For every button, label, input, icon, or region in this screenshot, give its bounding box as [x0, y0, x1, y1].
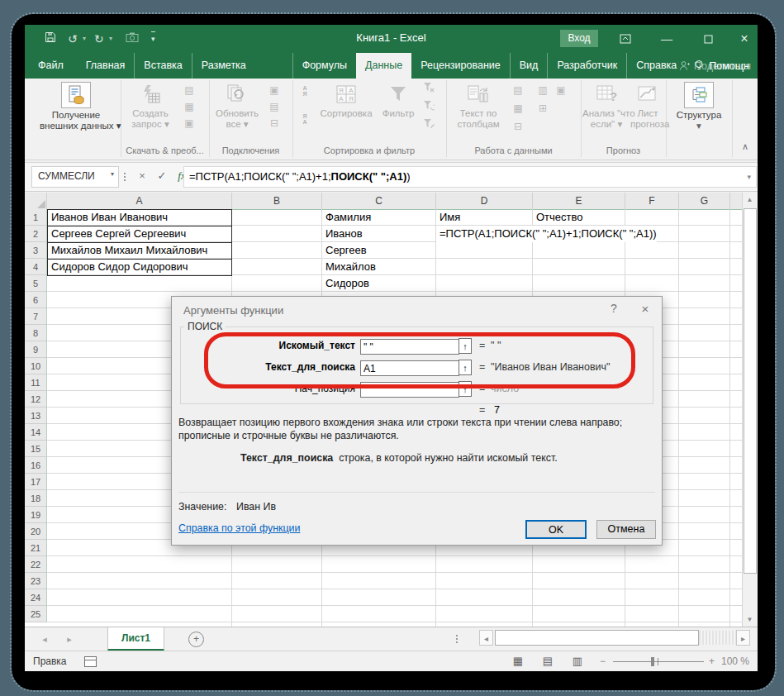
- scroll-down-icon[interactable]: ▼: [743, 613, 757, 627]
- get-external-data-button[interactable]: Получение внешних данных ▾: [40, 82, 112, 131]
- vertical-scroll-thumb[interactable]: [744, 208, 757, 574]
- name-box[interactable]: СУММЕСЛИ ▾: [31, 166, 119, 188]
- column-header[interactable]: C: [322, 193, 436, 209]
- add-sheet-icon[interactable]: +: [188, 632, 204, 647]
- page-break-view-icon[interactable]: ▥: [568, 655, 587, 667]
- horizontal-scroll-track[interactable]: [699, 631, 736, 645]
- relationships-icon[interactable]: ⊞: [535, 102, 550, 115]
- tab-formulas[interactable]: Формулы: [292, 53, 356, 79]
- sort-button[interactable]: ЯААЯ Сортировка: [317, 82, 375, 119]
- row-header[interactable]: 15: [25, 441, 47, 457]
- cell-A3[interactable]: Михайлов Михаил Михайлович: [48, 242, 207, 259]
- select-all-corner[interactable]: [25, 193, 47, 209]
- tab-help[interactable]: Справка: [626, 53, 686, 79]
- formula-bar-splitter[interactable]: [124, 173, 126, 174]
- maximize-button[interactable]: [696, 28, 720, 50]
- cell-C5[interactable]: Сидоров: [322, 275, 369, 292]
- cell-D1[interactable]: Имя: [436, 209, 460, 226]
- row-header[interactable]: 24: [25, 589, 47, 606]
- cell-C2[interactable]: Иванов: [322, 226, 363, 242]
- flash-fill-icon[interactable]: ▤: [511, 83, 525, 97]
- reapply-filter-icon[interactable]: [423, 100, 438, 113]
- sheet-tab-list1[interactable]: Лист1: [107, 627, 164, 651]
- dialog-close-icon[interactable]: ×: [633, 302, 658, 316]
- enter-entry-icon[interactable]: ✓: [152, 166, 172, 186]
- tab-data[interactable]: Данные: [356, 53, 411, 79]
- help-link[interactable]: Справка по этой функции: [178, 522, 300, 534]
- name-box-dropdown-icon[interactable]: ▾: [111, 170, 114, 178]
- column-header[interactable]: A: [47, 193, 232, 209]
- cell-C1[interactable]: Фамилия: [322, 209, 371, 226]
- zoom-in-icon[interactable]: +: [709, 655, 715, 667]
- row-header[interactable]: 14: [25, 424, 47, 441]
- cell-D2-formula[interactable]: =ПСТР(A1;ПОИСК(" ";A1)+1;ПОИСК(" ";A1)): [436, 226, 657, 242]
- forecast-sheet-button[interactable]: Лист прогноза: [630, 82, 665, 130]
- tab-home[interactable]: Главная: [77, 53, 135, 79]
- sort-ascending-icon[interactable]: АЯ: [297, 85, 312, 98]
- normal-view-icon[interactable]: ▦: [509, 655, 527, 667]
- text-to-columns-button[interactable]: Текст по столбцам: [451, 82, 506, 130]
- hscroll-right-icon[interactable]: ▸: [736, 630, 750, 646]
- row-header[interactable]: 13: [25, 408, 47, 424]
- zoom-level[interactable]: 100 %: [721, 655, 749, 667]
- row-header[interactable]: 22: [25, 556, 47, 573]
- manage-data-model-icon[interactable]: ▣: [554, 83, 568, 97]
- cell-A4[interactable]: Сидоров Сидор Сидорович: [48, 259, 188, 275]
- tab-file[interactable]: Файл: [25, 53, 77, 79]
- formula-input[interactable]: =ПСТР(A1;ПОИСК(" ";A1)+1;ПОИСК(" ";A1)) …: [183, 166, 757, 188]
- remove-duplicates-icon[interactable]: ▦: [511, 102, 525, 115]
- row-header[interactable]: 20: [25, 523, 47, 540]
- clear-filter-icon[interactable]: [423, 82, 438, 95]
- cell-A2[interactable]: Сергеев Сергей Сергеевич: [48, 226, 186, 242]
- page-layout-view-icon[interactable]: ▤: [539, 655, 557, 667]
- collapse-ribbon-icon[interactable]: ∧: [742, 141, 748, 152]
- row-header[interactable]: 9: [25, 341, 47, 358]
- edit-links-icon[interactable]: ⊟: [267, 117, 282, 130]
- horizontal-scroll-thumb[interactable]: [495, 630, 699, 646]
- row-header[interactable]: 5: [25, 275, 47, 292]
- column-header[interactable]: D: [436, 193, 533, 209]
- what-if-button[interactable]: ? Анализ "что если" ▾: [582, 82, 630, 130]
- tab-review[interactable]: Рецензирование: [411, 53, 510, 79]
- share-button[interactable]: Поделиться: [679, 53, 751, 79]
- zoom-slider-track[interactable]: [613, 661, 704, 662]
- cell-C3[interactable]: Сергеев: [322, 242, 367, 259]
- cancel-entry-icon[interactable]: ×: [132, 166, 152, 186]
- cell-A1[interactable]: Иванов Иван Иванович: [48, 209, 168, 226]
- row-header[interactable]: 8: [25, 325, 47, 341]
- cell-C4[interactable]: Михайлов: [322, 259, 376, 275]
- vertical-scrollbar[interactable]: ▲ ▼: [742, 193, 757, 627]
- refresh-all-button[interactable]: Обновить все ▾: [212, 82, 262, 130]
- row-header[interactable]: 3: [25, 242, 47, 259]
- macro-record-icon[interactable]: [84, 656, 97, 667]
- sort-descending-icon[interactable]: ЯА: [297, 113, 312, 126]
- data-validation-icon[interactable]: ⊟: [511, 120, 525, 133]
- structure-button[interactable]: Структура ▾: [672, 82, 725, 131]
- scroll-up-icon[interactable]: ▲: [743, 193, 757, 207]
- ribbon-display-options-icon[interactable]: [613, 28, 638, 50]
- consolidate-icon[interactable]: ▥: [535, 83, 550, 97]
- tab-layout[interactable]: Разметка страницы: [192, 53, 292, 79]
- row-header[interactable]: 12: [25, 391, 47, 408]
- row-header[interactable]: 18: [25, 490, 47, 507]
- column-header[interactable]: F: [625, 193, 679, 209]
- from-table-icon[interactable]: ▦: [182, 100, 197, 113]
- row-header[interactable]: 23: [25, 573, 47, 589]
- minimize-button[interactable]: —: [654, 28, 679, 50]
- row-header[interactable]: 6: [25, 292, 47, 308]
- row-header[interactable]: 16: [25, 457, 47, 474]
- show-queries-icon[interactable]: ▤: [182, 83, 197, 97]
- tab-view[interactable]: Вид: [510, 53, 548, 79]
- row-header[interactable]: 4: [25, 259, 47, 275]
- connections-icon[interactable]: ▣: [267, 83, 282, 97]
- tab-insert[interactable]: Вставка: [134, 53, 191, 79]
- row-header[interactable]: 11: [25, 374, 47, 391]
- cell-E1[interactable]: Отчество: [533, 209, 583, 226]
- properties-icon[interactable]: ▤: [267, 100, 282, 113]
- recent-sources-icon[interactable]: ▣: [182, 117, 197, 130]
- filter-button[interactable]: Фильтр: [377, 82, 420, 119]
- sheet-nav-right-icon[interactable]: ▸: [61, 627, 78, 651]
- row-header[interactable]: 7: [25, 308, 47, 325]
- row-header[interactable]: 17: [25, 474, 47, 490]
- sheet-nav-left-icon[interactable]: ◂: [36, 627, 53, 651]
